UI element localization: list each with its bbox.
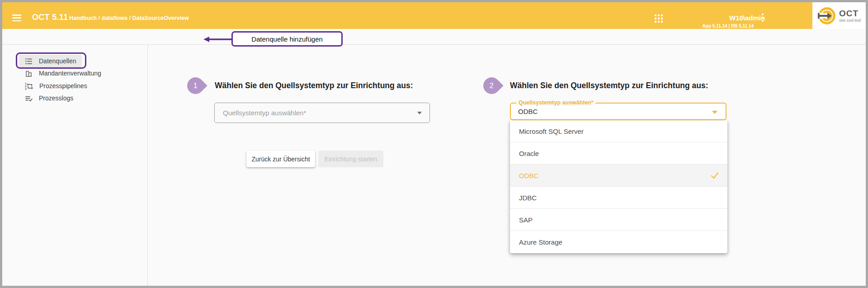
sidebar-item-label: Prozesspipelines (39, 82, 87, 90)
sidebar-item-mandantenverwaltung[interactable]: Mandantenverwaltung (19, 67, 107, 80)
step-1-heading: Wählen Sie den Quellsystemtyp zur Einric… (215, 81, 413, 90)
sidebar-item-label: Prozesslogs (39, 94, 73, 102)
annotation-callout: Datenquelle hinzufügen (231, 31, 343, 47)
data-list-icon (24, 57, 33, 66)
check-icon (710, 171, 719, 180)
option-jdbc[interactable]: JDBC (510, 187, 727, 209)
user-menu[interactable]: W10\admin (729, 14, 765, 22)
quellsystemtyp-options-list: Microsoft SQL Server Oracle ODBC JDBC SA… (510, 120, 727, 253)
list-check-icon (24, 94, 33, 103)
sidebar-item-prozesspipelines[interactable]: 1 2 3 Prozesspipelines (19, 80, 93, 92)
kebab-menu-icon[interactable] (761, 14, 764, 22)
option-sap[interactable]: SAP (510, 209, 727, 231)
sidebar-item-label: Mandantenverwaltung (39, 70, 101, 77)
select-value: ODBC (518, 108, 538, 115)
toolbar (2, 29, 866, 45)
numbered-list-loop-icon: 1 2 3 (24, 82, 33, 90)
app-header: OCT 5.11 Handbuch / dataflows / DataSour… (2, 2, 866, 29)
logo-tagline: one cool tool (839, 19, 861, 23)
version-text: App 5.11.14 | DB 5.11.14 (703, 24, 754, 28)
hamburger-menu-icon[interactable] (12, 14, 21, 21)
back-to-overview-button[interactable]: Zurück zur Übersicht (246, 151, 315, 167)
app-window: OCT 5.11 Handbuch / dataflows / DataSour… (0, 0, 868, 288)
step-2-heading: Wählen Sie den Quellsystemtyp zur Einric… (510, 81, 708, 90)
chevron-down-icon (712, 111, 717, 114)
logo-wordmark: OCT (839, 9, 861, 18)
apps-grid-icon[interactable] (655, 14, 663, 24)
step-2-badge: 2 (480, 74, 503, 97)
quellsystemtyp-select[interactable]: Quellsystemtyp auswählen* (214, 103, 430, 123)
option-microsoft-sql-server[interactable]: Microsoft SQL Server (510, 120, 727, 142)
sidebar-item-prozesslogs[interactable]: Prozesslogs (19, 92, 79, 104)
oct-logo-icon (817, 6, 836, 25)
annotation-arrow-icon (203, 36, 231, 42)
sidebar-item-datenquellen[interactable]: Datenquellen (19, 55, 82, 67)
start-setup-button[interactable]: Einrichtung starten (318, 151, 383, 167)
select-placeholder: Quellsystemtyp auswählen* (223, 109, 306, 117)
breadcrumb: Handbuch / dataflows / DataSourceOvervie… (69, 15, 189, 21)
option-azure-storage[interactable]: Azure Storage (510, 231, 727, 253)
app-title: OCT 5.11 (32, 13, 68, 22)
chevron-down-icon (417, 112, 422, 114)
option-oracle[interactable]: Oracle (510, 142, 727, 165)
brand-logo: OCT one cool tool (812, 2, 866, 29)
sidebar-divider (147, 29, 148, 286)
step-1-badge: 1 (184, 74, 207, 97)
building-icon (24, 69, 33, 78)
quellsystemtyp-select-focused[interactable]: Quellsystemtyp auswählen* ODBC (510, 103, 726, 120)
select-floating-label: Quellsystemtyp auswählen* (516, 99, 595, 106)
svg-text:3: 3 (25, 87, 27, 90)
sidebar-item-label: Datenquellen (39, 57, 76, 65)
option-odbc[interactable]: ODBC (510, 165, 727, 187)
